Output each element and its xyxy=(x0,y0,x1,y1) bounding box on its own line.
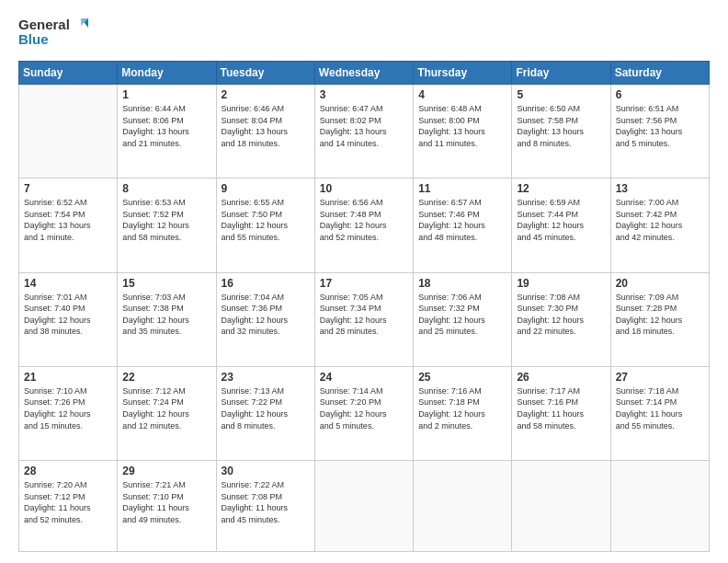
day-info-line: and 5 minutes. xyxy=(320,420,408,432)
day-number: 28 xyxy=(24,465,112,477)
day-info-line: and 11 minutes. xyxy=(418,138,506,150)
calendar-cell-w2-d1: 7Sunrise: 6:52 AMSunset: 7:54 PMDaylight… xyxy=(19,178,118,272)
day-info-line: Daylight: 12 hours xyxy=(616,220,704,232)
page: General Blue SundayMondayTuesdayWednesda… xyxy=(0,0,728,563)
day-info-line: Sunrise: 7:01 AM xyxy=(24,292,112,304)
calendar-cell-w2-d3: 9Sunrise: 6:55 AMSunset: 7:50 PMDaylight… xyxy=(216,178,314,272)
logo: General Blue xyxy=(18,15,92,52)
day-info-line: Sunset: 7:16 PM xyxy=(517,396,605,408)
day-info-line: Sunrise: 6:52 AM xyxy=(24,197,112,209)
day-info-line: Sunrise: 7:17 AM xyxy=(517,385,605,397)
day-info-line: Sunset: 7:36 PM xyxy=(222,303,310,315)
day-info-line: Sunrise: 7:09 AM xyxy=(616,292,704,304)
calendar-cell-w2-d5: 11Sunrise: 6:57 AMSunset: 7:46 PMDayligh… xyxy=(414,178,512,272)
header: General Blue xyxy=(18,15,710,52)
calendar-cell-w5-d2: 29Sunrise: 7:21 AMSunset: 7:10 PMDayligh… xyxy=(118,461,216,552)
day-number: 3 xyxy=(320,88,408,101)
calendar-cell-w5-d1: 28Sunrise: 7:20 AMSunset: 7:12 PMDayligh… xyxy=(19,461,118,552)
day-number: 6 xyxy=(616,88,704,101)
day-info-line: Sunset: 7:10 PM xyxy=(122,491,210,503)
day-info-line: Sunset: 7:58 PM xyxy=(517,115,605,127)
week-row-2: 7Sunrise: 6:52 AMSunset: 7:54 PMDaylight… xyxy=(19,178,710,272)
day-info-line: Daylight: 12 hours xyxy=(122,408,210,420)
day-number: 16 xyxy=(222,277,310,290)
day-number: 23 xyxy=(222,371,310,384)
day-info-line: Sunrise: 7:06 AM xyxy=(418,292,506,304)
day-number: 9 xyxy=(222,182,310,195)
day-info-line: and 22 minutes. xyxy=(517,326,605,338)
day-info-line: and 21 minutes. xyxy=(122,138,210,150)
day-info-line: Daylight: 12 hours xyxy=(222,220,310,232)
day-info-line: and 35 minutes. xyxy=(122,326,210,338)
day-number: 1 xyxy=(122,88,210,101)
day-number: 14 xyxy=(24,277,112,290)
day-info-line: Daylight: 11 hours xyxy=(517,408,605,420)
day-info-line: Sunrise: 6:56 AM xyxy=(320,197,408,209)
day-info-line: Sunrise: 6:50 AM xyxy=(517,103,605,115)
calendar-cell-w4-d1: 21Sunrise: 7:10 AMSunset: 7:26 PMDayligh… xyxy=(19,366,118,460)
day-info-line: Sunrise: 7:20 AM xyxy=(24,479,112,491)
logo-svg: General Blue xyxy=(18,15,92,52)
day-info-line: Sunrise: 7:14 AM xyxy=(320,385,408,397)
day-number: 18 xyxy=(418,277,506,290)
day-info-line: Daylight: 11 hours xyxy=(222,502,310,514)
day-info-line: Daylight: 13 hours xyxy=(122,126,210,138)
day-info-line: and 45 minutes. xyxy=(222,514,310,526)
calendar-cell-w4-d7: 27Sunrise: 7:18 AMSunset: 7:14 PMDayligh… xyxy=(610,366,709,460)
week-row-5: 28Sunrise: 7:20 AMSunset: 7:12 PMDayligh… xyxy=(19,461,710,552)
day-info-line: Sunrise: 7:05 AM xyxy=(320,292,408,304)
day-number: 25 xyxy=(418,371,506,384)
calendar-cell-w2-d7: 13Sunrise: 7:00 AMSunset: 7:42 PMDayligh… xyxy=(610,178,709,272)
day-info-line: Sunset: 7:28 PM xyxy=(616,303,704,315)
day-number: 12 xyxy=(517,182,605,195)
day-info-line: and 12 minutes. xyxy=(122,420,210,432)
day-info-line: and 55 minutes. xyxy=(222,232,310,244)
day-number: 26 xyxy=(517,371,605,384)
calendar-cell-w1-d7: 6Sunrise: 6:51 AMSunset: 7:56 PMDaylight… xyxy=(610,85,709,178)
day-info-line: Sunset: 8:04 PM xyxy=(222,115,310,127)
day-info-line: Sunrise: 7:03 AM xyxy=(122,292,210,304)
day-info-line: Daylight: 13 hours xyxy=(24,220,112,232)
day-info-line: Sunrise: 7:13 AM xyxy=(222,385,310,397)
calendar-cell-w3-d6: 19Sunrise: 7:08 AMSunset: 7:30 PMDayligh… xyxy=(512,272,610,366)
day-info-line: Sunset: 7:32 PM xyxy=(418,303,506,315)
day-info-line: Sunrise: 6:55 AM xyxy=(222,197,310,209)
day-info-line: Daylight: 12 hours xyxy=(122,220,210,232)
day-info-line: Sunset: 7:12 PM xyxy=(24,491,112,503)
day-info-line: Sunset: 7:42 PM xyxy=(616,209,704,221)
week-row-1: 1Sunrise: 6:44 AMSunset: 8:06 PMDaylight… xyxy=(19,85,710,178)
day-info-line: Sunset: 7:08 PM xyxy=(222,491,310,503)
day-info-line: and 18 minutes. xyxy=(616,326,704,338)
calendar-cell-w1-d4: 3Sunrise: 6:47 AMSunset: 8:02 PMDaylight… xyxy=(314,85,413,178)
day-info-line: Sunrise: 7:16 AM xyxy=(418,385,506,397)
calendar-cell-w4-d2: 22Sunrise: 7:12 AMSunset: 7:24 PMDayligh… xyxy=(118,366,216,460)
day-info-line: Daylight: 13 hours xyxy=(222,126,310,138)
day-number: 21 xyxy=(24,371,112,384)
col-header-saturday: Saturday xyxy=(610,62,709,85)
calendar-cell-w5-d5 xyxy=(414,461,512,552)
day-info-line: Sunrise: 7:04 AM xyxy=(222,292,310,304)
day-info-line: Daylight: 12 hours xyxy=(222,408,310,420)
day-info-line: and 8 minutes. xyxy=(222,420,310,432)
day-info-line: Sunset: 8:02 PM xyxy=(320,115,408,127)
calendar-cell-w2-d4: 10Sunrise: 6:56 AMSunset: 7:48 PMDayligh… xyxy=(314,178,413,272)
day-info-line: and 38 minutes. xyxy=(24,326,112,338)
calendar-cell-w3-d2: 15Sunrise: 7:03 AMSunset: 7:38 PMDayligh… xyxy=(118,272,216,366)
col-header-friday: Friday xyxy=(512,62,610,85)
day-number: 13 xyxy=(616,182,704,195)
calendar-cell-w3-d5: 18Sunrise: 7:06 AMSunset: 7:32 PMDayligh… xyxy=(414,272,512,366)
day-info-line: Daylight: 12 hours xyxy=(517,220,605,232)
calendar-cell-w5-d6 xyxy=(512,461,610,552)
calendar-cell-w3-d1: 14Sunrise: 7:01 AMSunset: 7:40 PMDayligh… xyxy=(19,272,118,366)
day-number: 29 xyxy=(122,465,210,477)
day-info-line: Sunset: 7:48 PM xyxy=(320,209,408,221)
day-number: 7 xyxy=(24,182,112,195)
day-info-line: Sunrise: 7:18 AM xyxy=(616,385,704,397)
day-info-line: Sunrise: 7:00 AM xyxy=(616,197,704,209)
day-info-line: Sunset: 7:18 PM xyxy=(418,396,506,408)
day-info-line: Sunset: 7:20 PM xyxy=(320,396,408,408)
day-info-line: Daylight: 13 hours xyxy=(517,126,605,138)
calendar-cell-w3-d3: 16Sunrise: 7:04 AMSunset: 7:36 PMDayligh… xyxy=(216,272,314,366)
day-info-line: Daylight: 11 hours xyxy=(122,502,210,514)
day-info-line: and 49 minutes. xyxy=(122,514,210,526)
